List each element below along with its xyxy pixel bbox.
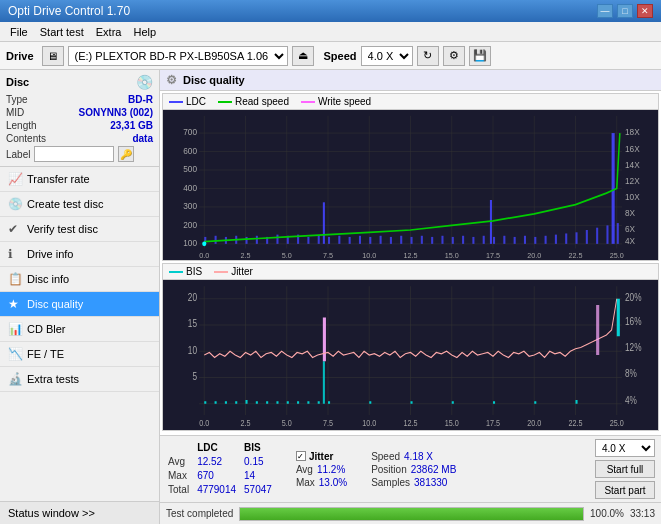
ldc-label: LDC [186,96,206,107]
disc-length-label: Length [6,120,37,131]
create-test-disc-icon: 💿 [8,197,22,211]
refresh-button[interactable]: ↻ [417,46,439,66]
svg-text:700: 700 [183,127,197,138]
svg-rect-81 [555,235,557,244]
start-full-button[interactable]: Start full [595,460,655,478]
svg-text:500: 500 [183,164,197,175]
status-text: Test completed [166,508,233,519]
start-part-button[interactable]: Start part [595,481,655,499]
sidebar-item-disc-info[interactable]: 📋 Disc info [0,267,159,292]
disc-label-button[interactable]: 🔑 [118,146,134,162]
drive-label: Drive [6,50,34,62]
svg-rect-77 [514,237,516,244]
svg-rect-135 [287,401,289,404]
drive-select[interactable]: (E:) PLEXTOR BD-R PX-LB950SA 1.06 [68,46,288,66]
sidebar-item-drive-info[interactable]: ℹ Drive info [0,242,159,267]
svg-rect-128 [215,401,217,404]
quality-header-title: Disc quality [183,74,245,86]
svg-rect-133 [266,401,268,404]
svg-text:12.5: 12.5 [403,419,418,429]
svg-rect-79 [534,237,536,244]
disc-info-panel: Disc 💿 Type BD-R MID SONYNN3 (002) Lengt… [0,70,159,167]
progress-bar-fill [240,508,583,520]
close-button[interactable]: ✕ [637,4,653,18]
bis-label: BIS [186,266,202,277]
sidebar-item-label: Disc info [27,273,69,285]
svg-rect-139 [323,361,325,404]
svg-text:10X: 10X [625,192,640,203]
svg-rect-78 [524,236,526,244]
fe-te-icon: 📉 [8,347,22,361]
titlebar: Opti Drive Control 1.70 — □ ✕ [0,0,661,22]
svg-rect-58 [328,237,330,244]
test-speed-select[interactable]: 4.0 X [595,439,655,457]
sidebar-item-label: Drive info [27,248,73,260]
speed-select-toolbar[interactable]: 4.0 X [361,46,413,66]
content-area: ⚙ Disc quality LDC Read speed [160,70,661,524]
svg-text:4X: 4X [625,235,635,246]
menu-help[interactable]: Help [127,24,162,40]
menu-extra[interactable]: Extra [90,24,128,40]
svg-text:10.0: 10.0 [362,419,377,429]
svg-text:12.5: 12.5 [403,250,417,259]
menu-file[interactable]: File [4,24,34,40]
save-button[interactable]: 💾 [469,46,491,66]
window-controls: — □ ✕ [597,4,653,18]
sidebar-item-extra-tests[interactable]: 🔬 Extra tests [0,367,159,392]
sidebar-item-label: Extra tests [27,373,79,385]
sidebar-item-cd-bler[interactable]: 📊 CD Bler [0,317,159,342]
svg-rect-88 [612,133,615,244]
quality-header: ⚙ Disc quality [160,70,661,91]
svg-text:300: 300 [183,201,197,212]
extra-tests-icon: 🔬 [8,372,22,386]
stats-row: LDC BIS Avg 12.52 0.15 Max 670 14 Tota [166,439,655,499]
svg-rect-129 [225,401,227,404]
svg-rect-130 [235,401,237,404]
jitter-checkbox[interactable]: ✓ [296,451,306,461]
progress-bar-container [239,507,584,521]
settings-button[interactable]: ⚙ [443,46,465,66]
svg-text:4%: 4% [625,395,637,406]
right-controls: 4.0 X Start full Start part [595,439,655,499]
svg-rect-74 [483,236,485,244]
drive-toolbar: Drive 🖥 (E:) PLEXTOR BD-R PX-LB950SA 1.0… [0,42,661,70]
svg-text:12%: 12% [625,343,641,354]
jitter-avg-value: 11.2% [317,464,345,475]
svg-text:5: 5 [192,371,197,382]
svg-text:200: 200 [183,219,197,230]
status-window-button[interactable]: Status window >> [0,501,159,524]
sidebar-item-label: Create test disc [27,198,103,210]
svg-text:5.0: 5.0 [282,250,292,259]
jitter-label: Jitter [231,266,253,277]
sidebar-item-transfer-rate[interactable]: 📈 Transfer rate [0,167,159,192]
svg-text:10.0: 10.0 [362,250,376,259]
bis-dot [169,271,183,273]
svg-rect-132 [256,401,258,404]
sidebar-item-fe-te[interactable]: 📉 FE / TE [0,342,159,367]
ldc-col-header: LDC [197,442,218,453]
sidebar-item-disc-quality[interactable]: ★ Disc quality [0,292,159,317]
charts-area: LDC Read speed Write speed [160,91,661,435]
sidebar-item-label: Transfer rate [27,173,90,185]
menu-start-test[interactable]: Start test [34,24,90,40]
svg-text:25.0: 25.0 [610,419,625,429]
transfer-rate-icon: 📈 [8,172,22,186]
sidebar-item-create-test-disc[interactable]: 💿 Create test disc [0,192,159,217]
svg-text:7.5: 7.5 [323,250,333,259]
maximize-button[interactable]: □ [617,4,633,18]
sidebar-item-verify-test-disc[interactable]: ✔ Verify test disc [0,217,159,242]
disc-mid-label: MID [6,107,24,118]
svg-rect-138 [318,401,320,404]
speed-label: Speed [324,50,357,62]
disc-info-icon: 📋 [8,272,22,286]
chart1-svg: 700 600 500 400 300 200 100 18X 16X 14X … [163,110,658,260]
svg-text:22.5: 22.5 [568,250,582,259]
disc-label-input[interactable] [34,146,114,162]
ldc-total-value: 4779014 [197,484,242,496]
sidebar-item-label: Verify test disc [27,223,98,235]
eject-button[interactable]: ⏏ [292,46,314,66]
jitter-max-label: Max [296,477,315,488]
disc-contents-value: data [132,133,153,144]
speed-stat-value: 4.18 X [404,451,433,462]
minimize-button[interactable]: — [597,4,613,18]
